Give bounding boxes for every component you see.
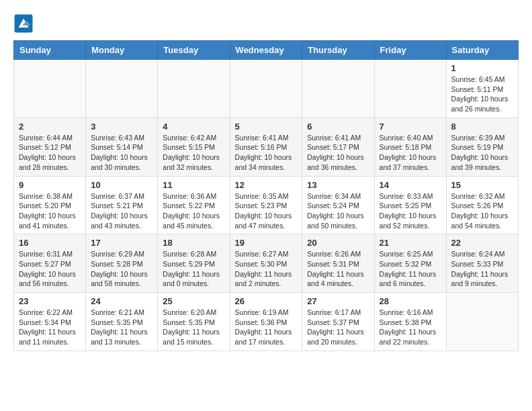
day-number: 3: [91, 122, 152, 132]
day-number: 22: [451, 238, 513, 248]
calendar-cell: 22Sunrise: 6:24 AM Sunset: 5:33 PM Dayli…: [446, 234, 518, 293]
day-number: 15: [451, 180, 513, 190]
calendar-week-row: 23Sunrise: 6:22 AM Sunset: 5:34 PM Dayli…: [14, 293, 519, 351]
logo-icon: [13, 13, 34, 34]
calendar-week-row: 1Sunrise: 6:45 AM Sunset: 5:11 PM Daylig…: [14, 60, 519, 118]
day-info: Sunrise: 6:39 AM Sunset: 5:19 PM Dayligh…: [451, 133, 513, 173]
day-number: 23: [19, 296, 81, 306]
day-info: Sunrise: 6:20 AM Sunset: 5:35 PM Dayligh…: [163, 308, 224, 347]
day-number: 21: [380, 238, 441, 248]
calendar-cell: [86, 60, 158, 118]
weekday-header-saturday: Saturday: [446, 41, 518, 60]
calendar-cell: 11Sunrise: 6:36 AM Sunset: 5:22 PM Dayli…: [158, 176, 230, 234]
calendar-cell: 19Sunrise: 6:27 AM Sunset: 5:30 PM Dayli…: [230, 234, 302, 293]
calendar-week-row: 2Sunrise: 6:44 AM Sunset: 5:12 PM Daylig…: [14, 118, 519, 176]
day-info: Sunrise: 6:43 AM Sunset: 5:14 PM Dayligh…: [91, 133, 152, 173]
day-number: 5: [235, 122, 298, 132]
calendar-cell: 2Sunrise: 6:44 AM Sunset: 5:12 PM Daylig…: [14, 118, 86, 176]
weekday-header-thursday: Thursday: [302, 41, 374, 60]
day-number: 14: [380, 180, 441, 190]
day-info: Sunrise: 6:27 AM Sunset: 5:30 PM Dayligh…: [235, 249, 298, 289]
calendar-cell: 17Sunrise: 6:29 AM Sunset: 5:28 PM Dayli…: [86, 234, 158, 293]
calendar-cell: [230, 60, 302, 118]
day-info: Sunrise: 6:42 AM Sunset: 5:15 PM Dayligh…: [163, 133, 224, 173]
calendar-header-row: SundayMondayTuesdayWednesdayThursdayFrid…: [14, 41, 519, 60]
day-number: 1: [451, 63, 513, 73]
day-info: Sunrise: 6:21 AM Sunset: 5:35 PM Dayligh…: [91, 308, 152, 347]
day-info: Sunrise: 6:29 AM Sunset: 5:28 PM Dayligh…: [91, 249, 152, 289]
day-number: 17: [91, 238, 152, 248]
calendar-cell: [374, 60, 446, 118]
day-number: 6: [307, 122, 369, 132]
day-number: 9: [19, 180, 81, 190]
day-info: Sunrise: 6:22 AM Sunset: 5:34 PM Dayligh…: [19, 308, 81, 347]
day-info: Sunrise: 6:38 AM Sunset: 5:20 PM Dayligh…: [19, 191, 81, 231]
day-info: Sunrise: 6:41 AM Sunset: 5:16 PM Dayligh…: [235, 133, 298, 173]
calendar-cell: [158, 60, 230, 118]
weekday-header-sunday: Sunday: [14, 41, 86, 60]
day-number: 16: [19, 238, 81, 248]
day-number: 13: [307, 180, 369, 190]
day-info: Sunrise: 6:36 AM Sunset: 5:22 PM Dayligh…: [163, 191, 224, 231]
calendar-cell: [302, 60, 374, 118]
calendar-cell: 28Sunrise: 6:16 AM Sunset: 5:38 PM Dayli…: [374, 293, 446, 351]
calendar-cell: 23Sunrise: 6:22 AM Sunset: 5:34 PM Dayli…: [14, 293, 86, 351]
calendar-cell: 8Sunrise: 6:39 AM Sunset: 5:19 PM Daylig…: [446, 118, 518, 176]
day-info: Sunrise: 6:34 AM Sunset: 5:24 PM Dayligh…: [307, 191, 369, 231]
calendar-cell: 5Sunrise: 6:41 AM Sunset: 5:16 PM Daylig…: [230, 118, 302, 176]
calendar-cell: 27Sunrise: 6:17 AM Sunset: 5:37 PM Dayli…: [302, 293, 374, 351]
calendar-cell: [14, 60, 86, 118]
day-info: Sunrise: 6:41 AM Sunset: 5:17 PM Dayligh…: [307, 133, 369, 173]
day-number: 2: [19, 122, 81, 132]
calendar-cell: 26Sunrise: 6:19 AM Sunset: 5:36 PM Dayli…: [230, 293, 302, 351]
calendar-cell: 15Sunrise: 6:32 AM Sunset: 5:26 PM Dayli…: [446, 176, 518, 234]
calendar-cell: [446, 293, 518, 351]
weekday-header-friday: Friday: [374, 41, 446, 60]
weekday-header-wednesday: Wednesday: [230, 41, 302, 60]
calendar-cell: 25Sunrise: 6:20 AM Sunset: 5:35 PM Dayli…: [158, 293, 230, 351]
calendar-cell: 4Sunrise: 6:42 AM Sunset: 5:15 PM Daylig…: [158, 118, 230, 176]
calendar-cell: 9Sunrise: 6:38 AM Sunset: 5:20 PM Daylig…: [14, 176, 86, 234]
day-number: 27: [307, 296, 369, 306]
day-info: Sunrise: 6:24 AM Sunset: 5:33 PM Dayligh…: [451, 249, 513, 289]
day-number: 25: [163, 296, 224, 306]
day-number: 18: [163, 238, 224, 248]
calendar-cell: 1Sunrise: 6:45 AM Sunset: 5:11 PM Daylig…: [446, 60, 518, 118]
day-number: 19: [235, 238, 298, 248]
day-info: Sunrise: 6:17 AM Sunset: 5:37 PM Dayligh…: [307, 308, 369, 347]
weekday-header-tuesday: Tuesday: [158, 41, 230, 60]
day-info: Sunrise: 6:35 AM Sunset: 5:23 PM Dayligh…: [235, 191, 298, 231]
day-number: 7: [380, 122, 441, 132]
calendar-cell: 7Sunrise: 6:40 AM Sunset: 5:18 PM Daylig…: [374, 118, 446, 176]
day-number: 11: [163, 180, 224, 190]
day-number: 24: [91, 296, 152, 306]
day-number: 28: [380, 296, 441, 306]
calendar-week-row: 9Sunrise: 6:38 AM Sunset: 5:20 PM Daylig…: [14, 176, 519, 234]
day-info: Sunrise: 6:31 AM Sunset: 5:27 PM Dayligh…: [19, 249, 81, 289]
day-info: Sunrise: 6:33 AM Sunset: 5:25 PM Dayligh…: [380, 191, 441, 231]
day-number: 10: [91, 180, 152, 190]
day-number: 4: [163, 122, 224, 132]
calendar-cell: 10Sunrise: 6:37 AM Sunset: 5:21 PM Dayli…: [86, 176, 158, 234]
day-info: Sunrise: 6:25 AM Sunset: 5:32 PM Dayligh…: [380, 249, 441, 289]
calendar-cell: 3Sunrise: 6:43 AM Sunset: 5:14 PM Daylig…: [86, 118, 158, 176]
day-info: Sunrise: 6:44 AM Sunset: 5:12 PM Dayligh…: [19, 133, 81, 173]
calendar-cell: 13Sunrise: 6:34 AM Sunset: 5:24 PM Dayli…: [302, 176, 374, 234]
calendar-cell: 14Sunrise: 6:33 AM Sunset: 5:25 PM Dayli…: [374, 176, 446, 234]
day-info: Sunrise: 6:28 AM Sunset: 5:29 PM Dayligh…: [163, 249, 224, 289]
day-number: 12: [235, 180, 298, 190]
page-header: [13, 13, 519, 34]
logo: [13, 13, 36, 34]
calendar-cell: 21Sunrise: 6:25 AM Sunset: 5:32 PM Dayli…: [374, 234, 446, 293]
calendar-table: SundayMondayTuesdayWednesdayThursdayFrid…: [13, 40, 519, 351]
day-number: 26: [235, 296, 298, 306]
day-info: Sunrise: 6:40 AM Sunset: 5:18 PM Dayligh…: [380, 133, 441, 173]
day-info: Sunrise: 6:19 AM Sunset: 5:36 PM Dayligh…: [235, 308, 298, 347]
day-info: Sunrise: 6:45 AM Sunset: 5:11 PM Dayligh…: [451, 75, 513, 114]
calendar-cell: 12Sunrise: 6:35 AM Sunset: 5:23 PM Dayli…: [230, 176, 302, 234]
calendar-cell: 16Sunrise: 6:31 AM Sunset: 5:27 PM Dayli…: [14, 234, 86, 293]
day-info: Sunrise: 6:26 AM Sunset: 5:31 PM Dayligh…: [307, 249, 369, 289]
calendar-cell: 24Sunrise: 6:21 AM Sunset: 5:35 PM Dayli…: [86, 293, 158, 351]
calendar-cell: 20Sunrise: 6:26 AM Sunset: 5:31 PM Dayli…: [302, 234, 374, 293]
day-info: Sunrise: 6:16 AM Sunset: 5:38 PM Dayligh…: [380, 308, 441, 347]
